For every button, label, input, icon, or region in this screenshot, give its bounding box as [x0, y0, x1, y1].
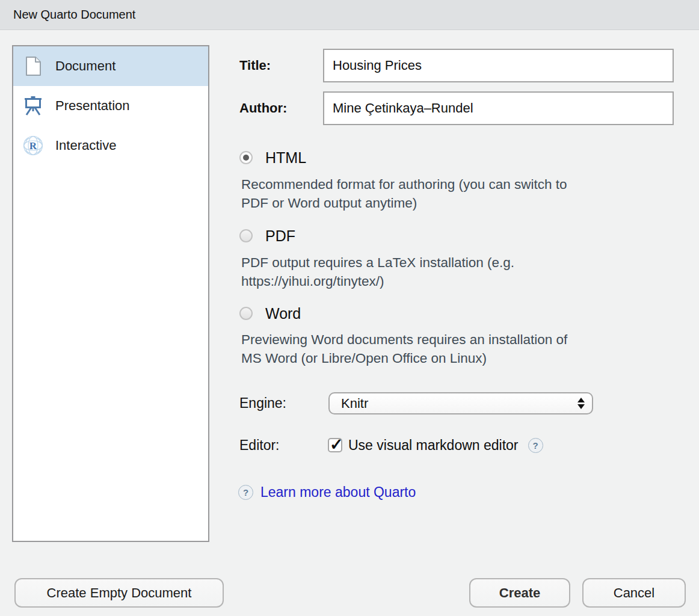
- engine-select[interactable]: Knitr: [328, 392, 593, 414]
- learn-more-link[interactable]: Learn more about Quarto: [260, 484, 416, 500]
- editor-label: Editor:: [239, 437, 279, 454]
- select-stepper-icon: [577, 398, 585, 409]
- title-input[interactable]: [323, 49, 674, 82]
- visual-editor-checkbox-label[interactable]: Use visual markdown editor: [348, 437, 519, 454]
- checkmark-icon: ✓: [330, 435, 343, 454]
- quarto-help-icon[interactable]: ?: [238, 485, 253, 500]
- sidebar-item-document[interactable]: Document: [13, 46, 208, 86]
- format-label-word: Word: [265, 305, 301, 322]
- create-empty-document-button[interactable]: Create Empty Document: [14, 578, 224, 608]
- format-label-html: HTML: [265, 149, 306, 167]
- cancel-button[interactable]: Cancel: [582, 578, 686, 608]
- interactive-r-icon: R: [22, 135, 45, 156]
- document-type-sidebar: Document Presentation: [12, 45, 209, 542]
- document-icon: [22, 56, 45, 76]
- sidebar-item-label: Presentation: [55, 98, 130, 114]
- sidebar-item-label: Document: [55, 58, 115, 74]
- format-option-pdf[interactable]: PDF: [239, 227, 295, 245]
- editor-help-icon[interactable]: ?: [528, 438, 543, 453]
- engine-label: Engine:: [239, 395, 286, 411]
- format-option-word[interactable]: Word: [239, 304, 301, 322]
- radio-html[interactable]: [239, 151, 253, 164]
- format-description-pdf: PDF output requires a LaTeX installation…: [241, 253, 674, 291]
- format-label-pdf: PDF: [265, 227, 295, 245]
- format-option-html[interactable]: HTML: [239, 149, 306, 167]
- sidebar-item-label: Interactive: [55, 138, 117, 153]
- sidebar-item-interactive[interactable]: R Interactive: [13, 126, 208, 165]
- sidebar-item-presentation[interactable]: Presentation: [13, 86, 208, 126]
- engine-selected-value: Knitr: [341, 396, 577, 411]
- author-label: Author:: [239, 100, 287, 116]
- dialog-titlebar: New Quarto Document: [0, 0, 699, 30]
- presentation-icon: [22, 95, 45, 117]
- dialog-title: New Quarto Document: [13, 8, 135, 22]
- author-input[interactable]: [323, 91, 674, 125]
- create-button[interactable]: Create: [469, 578, 570, 608]
- radio-word[interactable]: [239, 307, 253, 320]
- format-description-word: Previewing Word documents requires an in…: [241, 330, 674, 368]
- visual-editor-checkbox[interactable]: ✓: [328, 438, 342, 452]
- svg-text:R: R: [29, 140, 37, 152]
- title-label: Title:: [239, 58, 271, 73]
- format-description-html: Recommended format for authoring (you ca…: [241, 175, 674, 212]
- radio-pdf[interactable]: [239, 229, 253, 242]
